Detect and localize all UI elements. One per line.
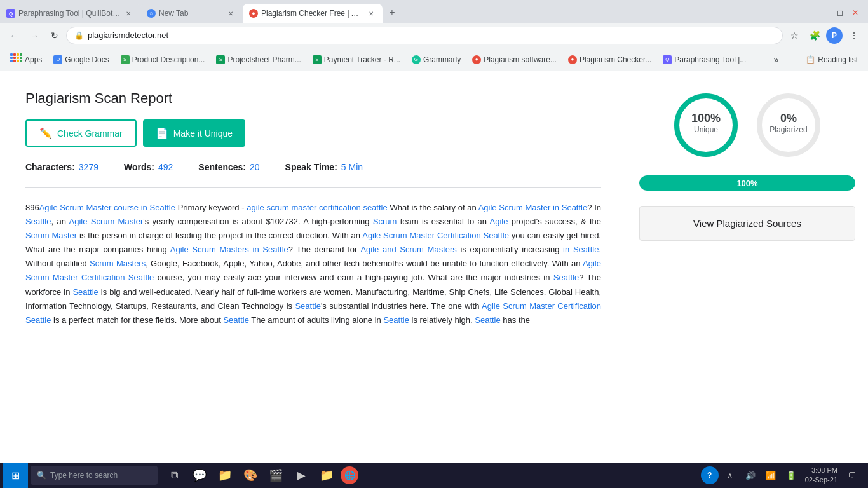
restore-button[interactable]: ◻ bbox=[832, 5, 848, 20]
words-stat: Words: 492 bbox=[124, 162, 173, 172]
highlighted-text4: Seattle bbox=[25, 217, 51, 226]
back-button[interactable]: ← bbox=[5, 27, 23, 44]
highlighted-text17: Seattle bbox=[295, 301, 320, 311]
taskbar-notification-button[interactable]: 🗨 bbox=[843, 466, 860, 484]
highlighted-text21: Seattle bbox=[475, 315, 500, 325]
paraphrasing-tool-icon: Q bbox=[663, 55, 672, 64]
reading-list-button[interactable]: 📋 Reading list bbox=[801, 55, 863, 64]
minimize-button[interactable]: – bbox=[817, 5, 832, 20]
plagiarized-circle-svg: 0% Plagiarized bbox=[754, 90, 824, 160]
toolbar-right: ☆ 🧩 P ⋮ bbox=[785, 27, 863, 44]
bookmark-plagiarism-checker[interactable]: ● Plagiarism Checker... bbox=[563, 52, 656, 67]
taskbar-icon-5[interactable]: ▶ bbox=[290, 463, 313, 488]
view-plagiarized-sources-button[interactable]: View Plagiarized Sources bbox=[639, 206, 855, 241]
taskbar-battery-icon[interactable]: 🔋 bbox=[782, 466, 800, 484]
action-buttons: ✏️ Check Grammar 📄 Make it Unique bbox=[25, 119, 601, 147]
bookmark-payment-tracker-label: Payment Tracker - R... bbox=[324, 55, 400, 64]
plagcheck-favicon: ● bbox=[249, 9, 258, 18]
page-content: Plagiarism Scan Report ✏️ Check Grammar … bbox=[0, 71, 868, 463]
highlighted-text11: Agile and Scrum Masters bbox=[360, 245, 456, 254]
plagiarism-software-icon: ● bbox=[472, 55, 481, 64]
window-controls: – ◻ ✕ bbox=[817, 5, 868, 20]
speak-time-label: Speak Time: bbox=[285, 162, 337, 172]
tab1-close[interactable]: ✕ bbox=[123, 8, 133, 18]
bookmark-projectsheet[interactable]: S Projectsheet Pharm... bbox=[211, 52, 306, 67]
taskbar-icon-3[interactable]: 🎨 bbox=[239, 463, 262, 488]
taskbar-clock[interactable]: 3:08 PM 02-Sep-21 bbox=[803, 466, 840, 485]
taskbar-chevron-icon[interactable]: ∧ bbox=[721, 466, 739, 484]
taskbar-sound-icon[interactable]: 🔊 bbox=[742, 466, 759, 484]
quillbot-favicon: Q bbox=[6, 9, 15, 18]
highlighted-text15: Seattle bbox=[553, 273, 579, 282]
address-box[interactable]: 🔒 plagiarismdetector.net bbox=[66, 27, 783, 44]
extensions-icon[interactable]: 🧩 bbox=[806, 27, 824, 44]
tab-plagcheck[interactable]: ● Plagiarism Checker Free | Accura... ✕ bbox=[243, 4, 383, 23]
titlebar: Q Paraphrasing Tool | QuillBot AI ✕ ○ Ne… bbox=[0, 0, 868, 23]
reload-button[interactable]: ↻ bbox=[46, 27, 64, 44]
forward-button[interactable]: → bbox=[25, 27, 43, 44]
more-bookmarks-button[interactable]: » bbox=[770, 52, 782, 67]
check-grammar-button[interactable]: ✏️ Check Grammar bbox=[25, 119, 137, 147]
sentences-label: Sentences: bbox=[198, 162, 246, 172]
plagiarized-circle-container: 0% Plagiarized bbox=[754, 90, 824, 160]
unique-circle-svg: 100% Unique bbox=[671, 90, 741, 160]
highlighted-text16: Seattle bbox=[72, 287, 98, 297]
bookmark-paraphrasing-tool[interactable]: Q Paraphrasing Tool |... bbox=[658, 52, 751, 67]
start-button[interactable]: ⊞ bbox=[3, 463, 28, 488]
characters-stat: Characters: 3279 bbox=[25, 162, 98, 172]
tab3-title: Plagiarism Checker Free | Accura... bbox=[261, 9, 363, 18]
divider bbox=[25, 187, 601, 188]
taskbar-middle: ⧉ 💬 📁 🎨 🎬 ▶ 📁 🌐 bbox=[163, 463, 358, 488]
highlighted-text2: agile scrum master certification seattle bbox=[247, 203, 387, 212]
taskbar-search-box[interactable]: 🔍 Type here to search bbox=[31, 466, 158, 485]
tab2-title: New Tab bbox=[159, 9, 223, 18]
highlighted-text6: Scrum bbox=[373, 217, 397, 226]
progress-bar-text: 100% bbox=[736, 179, 757, 188]
taskbar-time: 3:08 PM bbox=[805, 466, 837, 475]
progress-bar-container: 100% bbox=[639, 175, 855, 191]
bookmark-payment-tracker[interactable]: S Payment Tracker - R... bbox=[308, 52, 405, 67]
taskbar-icon-6[interactable]: 📁 bbox=[315, 463, 338, 488]
taskbar-icon-7[interactable]: 🌐 bbox=[341, 466, 358, 484]
bookmark-apps[interactable]: Apps bbox=[5, 52, 47, 67]
svg-text:Plagiarized: Plagiarized bbox=[770, 125, 807, 134]
content-right: 100% Unique 0% Plagiarized bbox=[627, 71, 868, 463]
highlighted-text10: Agile Scrum Masters in Seattle bbox=[170, 245, 288, 254]
product-desc-icon: S bbox=[121, 55, 130, 64]
taskbar-right: ? ∧ 🔊 📶 🔋 3:08 PM 02-Sep-21 🗨 bbox=[701, 466, 865, 485]
newtab-favicon: ○ bbox=[147, 9, 156, 18]
profile-avatar[interactable]: P bbox=[826, 27, 843, 44]
tab2-close[interactable]: ✕ bbox=[226, 8, 236, 18]
bookmark-plagiarism-software-label: Plagiarism software... bbox=[484, 55, 557, 64]
taskbar-help-icon[interactable]: ? bbox=[701, 466, 719, 484]
highlighted-text20: Seattle bbox=[383, 315, 409, 325]
url-text[interactable]: plagiarismdetector.net bbox=[88, 30, 775, 40]
new-tab-button[interactable]: + bbox=[383, 4, 401, 22]
taskbar-network-icon[interactable]: 📶 bbox=[762, 466, 780, 484]
bookmarks-bar: Apps D Google Docs S Product Description… bbox=[0, 48, 868, 71]
taskbar-icon-1[interactable]: 💬 bbox=[188, 463, 211, 488]
close-button[interactable]: ✕ bbox=[848, 5, 863, 20]
main-area: Plagiarism Scan Report ✏️ Check Grammar … bbox=[0, 71, 868, 463]
payment-tracker-icon: S bbox=[313, 55, 322, 64]
words-value: 492 bbox=[158, 162, 173, 172]
bookmark-googledocs[interactable]: D Google Docs bbox=[48, 52, 114, 67]
svg-text:100%: 100% bbox=[691, 112, 721, 125]
bookmark-star-icon[interactable]: ☆ bbox=[785, 27, 803, 44]
tab-newtab[interactable]: ○ New Tab ✕ bbox=[140, 4, 242, 23]
unique-circle-container: 100% Unique bbox=[671, 90, 741, 160]
bookmark-grammarly[interactable]: G Grammarly bbox=[407, 52, 466, 67]
taskbar-icon-2[interactable]: 📁 bbox=[214, 463, 236, 488]
bookmark-plagiarism-software[interactable]: ● Plagiarism software... bbox=[467, 52, 562, 67]
progress-bar-fill: 100% bbox=[639, 175, 855, 191]
browser-window: Q Paraphrasing Tool | QuillBot AI ✕ ○ Ne… bbox=[0, 0, 868, 488]
make-unique-button[interactable]: 📄 Make it Unique bbox=[143, 119, 245, 147]
task-view-button[interactable]: ⧉ bbox=[163, 463, 186, 488]
taskbar-icon-4[interactable]: 🎬 bbox=[264, 463, 287, 488]
more-options-icon[interactable]: ⋮ bbox=[845, 27, 863, 44]
sentences-value: 20 bbox=[250, 162, 260, 172]
tab3-close[interactable]: ✕ bbox=[366, 8, 376, 18]
tab-quillbot[interactable]: Q Paraphrasing Tool | QuillBot AI ✕ bbox=[0, 4, 140, 23]
bookmark-product-desc[interactable]: S Product Description... bbox=[116, 52, 210, 67]
tab1-title: Paraphrasing Tool | QuillBot AI bbox=[18, 9, 121, 18]
